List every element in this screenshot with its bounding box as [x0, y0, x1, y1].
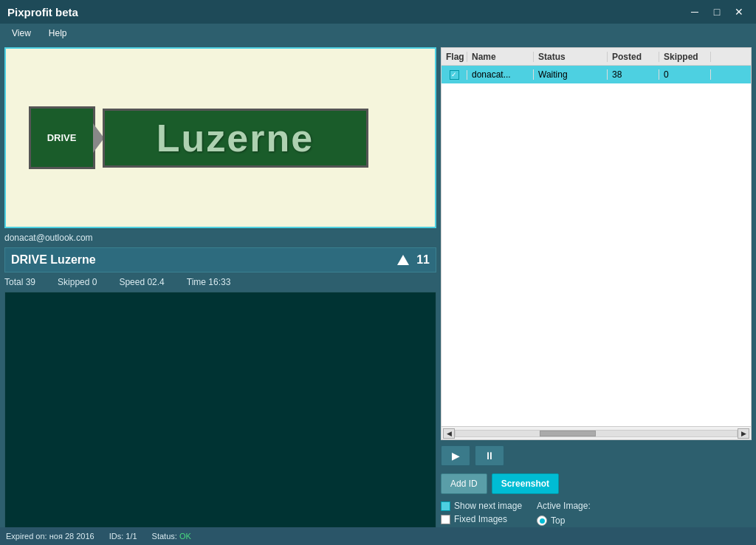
row-flag-cell — [441, 70, 467, 80]
stat-speed: Speed 02.4 — [119, 277, 164, 287]
window-controls: ─ □ ✕ — [685, 4, 749, 20]
main-content: DRIVE Luzerne donacat@outlook.com DRIVE … — [0, 43, 756, 545]
play-button[interactable]: ▶ — [441, 445, 470, 466]
status-value: OK — [179, 532, 191, 541]
row-status-cell: Waiting — [534, 69, 608, 80]
text-bar-content: DRIVE Luzerne — [11, 253, 390, 267]
image-display-area: DRIVE Luzerne — [4, 47, 436, 228]
col-posted: Posted — [608, 52, 659, 62]
accounts-table: Flag Name Status Posted Skipped donacat.… — [441, 47, 752, 440]
number-badge: 11 — [416, 253, 430, 267]
show-next-image-text: Show next image — [454, 501, 522, 511]
top-radio-text: Top — [551, 515, 565, 526]
row-posted-cell: 38 — [608, 69, 659, 80]
menu-help[interactable]: Help — [41, 27, 75, 40]
show-next-image-checkbox[interactable] — [441, 501, 450, 511]
checkboxes-col: Show next image Fixed Images — [441, 501, 522, 524]
close-button[interactable]: ✕ — [729, 4, 749, 20]
col-status: Status — [534, 52, 608, 62]
left-panel: DRIVE Luzerne donacat@outlook.com DRIVE … — [4, 47, 436, 541]
stat-time: Time 16:33 — [187, 277, 231, 287]
main-sign: Luzerne — [103, 109, 368, 168]
menu-bar: View Help — [0, 24, 756, 43]
horizontal-scrollbar[interactable]: ◀ ▶ — [441, 426, 751, 439]
small-sign-bg: DRIVE — [29, 106, 95, 169]
flag-checkbox[interactable] — [450, 70, 459, 80]
action-buttons-row: Add ID Screenshot — [441, 471, 752, 496]
col-name: Name — [467, 52, 534, 62]
triangle-icon — [397, 255, 409, 265]
screenshot-button[interactable]: Screenshot — [492, 473, 559, 494]
top-radio[interactable] — [537, 515, 547, 526]
fixed-images-checkbox[interactable] — [441, 515, 450, 524]
scroll-left-btn[interactable]: ◀ — [443, 428, 455, 439]
fixed-images-text: Fixed Images — [454, 514, 507, 524]
status-ids: IDs: 1/1 — [109, 532, 137, 541]
col-flag: Flag — [441, 52, 467, 62]
app-title: Pixprofit beta — [7, 6, 78, 18]
stat-skipped: Skipped 0 — [58, 277, 97, 287]
pause-button[interactable]: ⏸ — [475, 445, 504, 466]
email-info: donacat@outlook.com — [4, 231, 436, 244]
street-sign-container: DRIVE Luzerne — [29, 64, 413, 212]
status-expired: Expired on: ноя 28 2016 — [6, 532, 94, 541]
menu-view[interactable]: View — [4, 27, 38, 40]
col-skipped: Skipped — [659, 52, 711, 62]
playback-controls: ▶ ⏸ — [441, 443, 752, 468]
stat-total: Total 39 — [4, 277, 35, 287]
minimize-button[interactable]: ─ — [685, 4, 704, 20]
dark-canvas-area — [4, 292, 436, 541]
row-name-cell: donacat... — [467, 69, 534, 80]
row-skipped-cell: 0 — [659, 69, 711, 80]
table-header: Flag Name Status Posted Skipped — [441, 48, 751, 66]
top-radio-selected — [540, 518, 545, 524]
show-next-image-label[interactable]: Show next image — [441, 501, 522, 511]
scrollbar-thumb[interactable] — [540, 431, 596, 436]
fixed-images-label[interactable]: Fixed Images — [441, 514, 522, 524]
status-bar: Expired on: ноя 28 2016 IDs: 1/1 Status:… — [0, 527, 756, 545]
scroll-right-btn[interactable]: ▶ — [738, 428, 749, 439]
top-radio-label[interactable]: Top — [537, 515, 591, 526]
small-sign-text: DRIVE — [47, 132, 77, 144]
text-bar: DRIVE Luzerne 11 — [4, 247, 436, 272]
table-body: donacat... Waiting 38 0 — [441, 66, 751, 426]
maximize-button[interactable]: □ — [707, 4, 726, 20]
active-image-label: Active Image: — [537, 501, 591, 511]
image-canvas: DRIVE Luzerne — [6, 49, 435, 227]
table-row[interactable]: donacat... Waiting 38 0 — [441, 66, 751, 83]
scrollbar-track[interactable] — [455, 430, 738, 437]
stats-row: Total 39 Skipped 0 Speed 02.4 Time 16:33 — [4, 275, 436, 289]
right-panel: Flag Name Status Posted Skipped donacat.… — [441, 47, 752, 541]
main-sign-text: Luzerne — [157, 116, 314, 160]
add-id-button[interactable]: Add ID — [441, 473, 487, 494]
title-bar: Pixprofit beta ─ □ ✕ — [0, 0, 756, 24]
small-sign: DRIVE — [29, 106, 95, 169]
status-label: Status: OK — [152, 532, 191, 541]
